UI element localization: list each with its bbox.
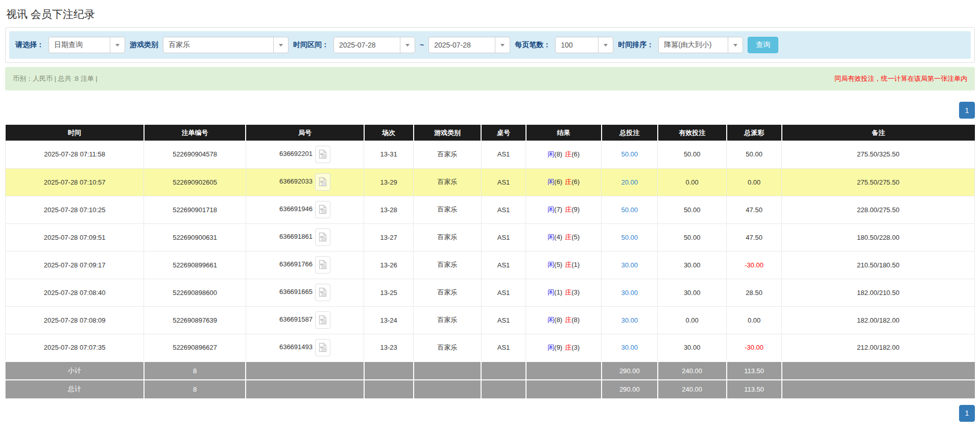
video-record-button[interactable] [315,311,330,329]
result-cell: 闲(6)庄(6) [526,168,602,196]
table-no-cell: AS1 [481,334,525,361]
game-type-select[interactable]: 百家乐 [163,37,289,53]
search-button[interactable]: 查询 [748,37,778,53]
session-cell: 13-25 [364,279,414,306]
summary-row: 总计 8 290.00 240.00 113.50 [6,380,975,398]
payout-cell: 0.00 [727,306,782,334]
summary-empty-cell [364,380,414,398]
payout-cell: 47.50 [727,196,782,223]
result-cell: 闲(8)庄(8) [526,306,602,334]
banker-result-label: 庄 [565,150,571,158]
payout-cell: 50.00 [727,141,782,168]
game-type-cell: 百家乐 [414,168,482,196]
player-result-label: 闲 [547,261,554,268]
table-no-cell: AS1 [481,251,525,279]
total-bet-link[interactable]: 30.00 [602,279,658,306]
table-row: 2025-07-28 07:10:57 522690902605 6366920… [6,168,975,196]
remark-cell: 180.50/228.00 [782,223,975,251]
remark-cell: 182.00/210.50 [782,279,975,306]
table-row: 2025-07-28 07:07:35 522690896627 6366914… [6,334,975,361]
table-row: 2025-07-28 07:09:17 522690899661 6366917… [6,251,975,279]
remark-cell: 228.00/275.50 [782,196,975,223]
player-result-score: (8) [554,150,562,158]
summary-count-cell: 8 [144,361,246,380]
video-record-button[interactable] [315,284,330,301]
summary-empty-cell [414,361,482,380]
total-bet-link[interactable]: 30.00 [602,306,658,334]
query-type-select[interactable]: 日期查询 [49,37,125,53]
summary-label-cell: 总计 [6,380,144,398]
banker-result-label: 庄 [565,288,571,296]
payout-cell: 0.00 [727,168,782,196]
sort-order-value: 降冪(由大到小) [659,40,716,50]
date-from-select[interactable]: 2025-07-28 [333,37,415,53]
video-record-button[interactable] [315,201,330,218]
valid-bet-cell: 30.00 [658,279,727,306]
summary-empty-cell [481,380,525,398]
session-cell: 13-28 [364,196,414,223]
date-to-value: 2025-07-28 [429,41,476,49]
table-no-cell: AS1 [481,141,525,168]
banker-result-label: 庄 [565,316,571,324]
chevron-down-icon [273,37,288,53]
video-record-button[interactable] [315,256,330,274]
column-header: 有效投注 [658,125,727,141]
sort-order-select[interactable]: 降冪(由大到小) [658,37,743,53]
video-record-button[interactable] [315,173,330,191]
time-cell: 2025-07-28 07:09:17 [6,251,144,279]
total-bet-link[interactable]: 20.00 [602,168,658,196]
player-result-score: (4) [554,233,562,241]
filter-panel: 请选择： 日期查询 游戏类别 百家乐 时间区间： 2025-07-28 ~ 20… [5,27,975,63]
summary-empty-cell [364,361,414,380]
time-cell: 2025-07-28 07:07:35 [6,334,144,361]
column-header: 场次 [364,125,414,141]
result-cell: 闲(9)庄(3) [526,334,602,361]
summary-valid-bet-cell: 240.00 [658,361,727,380]
sort-order-label: 时间排序： [618,40,654,50]
player-result-score: (1) [554,288,562,296]
page-size-value: 100 [556,41,578,49]
time-cell: 2025-07-28 07:10:25 [6,196,144,223]
banker-result-score: (6) [571,150,580,158]
summary-empty-cell [414,380,482,398]
total-bet-link[interactable]: 30.00 [602,251,658,279]
round-id: 636691946 [279,205,313,213]
table-row: 2025-07-28 07:08:09 522690897639 6366915… [6,306,975,334]
player-result-score: (8) [554,316,562,324]
summary-count-cell: 8 [144,380,246,398]
page-button-1[interactable]: 1 [959,405,975,422]
table-body: 2025-07-28 07:11:58 522690904578 6366922… [6,141,975,398]
round-id: 636691861 [279,233,313,240]
total-bet-link[interactable]: 30.00 [602,334,658,361]
date-to-select[interactable]: 2025-07-28 [428,37,510,53]
pagination-top: 1 [5,102,975,119]
summary-total-bet-cell: 290.00 [602,361,658,380]
remark-cell: 182.00/182.00 [782,306,975,334]
time-cell: 2025-07-28 07:11:58 [6,141,144,168]
valid-bet-cell: 50.00 [658,196,727,223]
bet-id-cell: 522690899661 [144,251,246,279]
time-cell: 2025-07-28 07:08:40 [6,279,144,306]
banker-result-label: 庄 [565,261,571,268]
summary-empty-cell [246,380,364,398]
total-bet-link[interactable]: 50.00 [602,223,658,251]
column-header: 注单编号 [144,125,246,141]
valid-bet-cell: 50.00 [658,141,727,168]
page-button-1[interactable]: 1 [959,102,975,119]
column-header: 结果 [526,125,602,141]
column-header: 局号 [246,125,364,141]
date-from-value: 2025-07-28 [334,41,381,49]
banker-result-score: (9) [571,206,580,213]
page-size-select[interactable]: 100 [555,37,613,53]
video-record-button[interactable] [315,146,330,163]
total-bet-link[interactable]: 50.00 [602,141,658,168]
player-result-label: 闲 [547,206,554,213]
video-record-button[interactable] [315,339,330,356]
info-bar: 币别：人民币 | 总共 :8 注单 | 同局有效投注，统一计算在该局第一张注单内 [5,67,975,90]
video-record-button[interactable] [315,229,330,246]
bet-id-cell: 522690902605 [144,168,246,196]
banker-result-score: (6) [571,178,580,186]
total-bet-link[interactable]: 50.00 [602,196,658,223]
round-id: 636691493 [279,343,313,351]
chevron-down-icon [110,37,125,53]
